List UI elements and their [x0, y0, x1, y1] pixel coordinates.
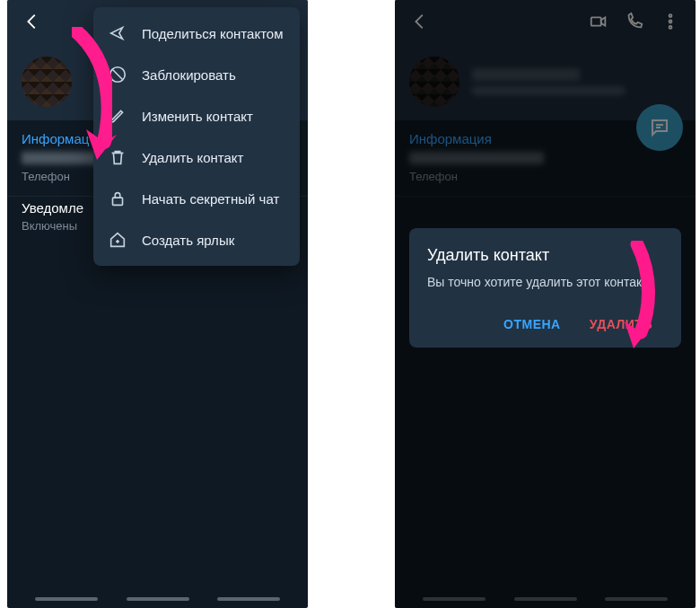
phone-left: Информац Телефон Уведомле Включены Подел…	[7, 0, 308, 608]
menu-share-label: Поделиться контактом	[142, 26, 284, 41]
menu-secret-chat[interactable]: Начать секретный чат	[93, 178, 300, 219]
home-plus-icon	[108, 230, 127, 250]
annotation-arrow	[610, 241, 664, 357]
nav-pill[interactable]	[35, 597, 98, 601]
back-button[interactable]	[14, 0, 50, 43]
svg-rect-1	[113, 198, 123, 205]
nav-bar	[7, 597, 308, 601]
menu-edit-label: Изменить контакт	[142, 109, 253, 124]
menu-secret-label: Начать секретный чат	[142, 191, 279, 207]
lock-icon	[108, 189, 127, 208]
annotation-arrow	[59, 27, 131, 171]
nav-pill[interactable]	[127, 597, 189, 601]
nav-pill[interactable]	[217, 597, 280, 601]
dialog-cancel-button[interactable]: ОТМЕНА	[493, 308, 572, 340]
phone-right: Информация Телефон Удалить контакт Вы то…	[395, 0, 696, 608]
menu-shortcut-label: Создать ярлык	[142, 233, 234, 248]
menu-delete-label: Удалить контакт	[142, 150, 243, 165]
arrow-left-icon	[22, 12, 42, 31]
menu-create-shortcut[interactable]: Создать ярлык	[93, 219, 300, 260]
menu-block-label: Заблокировать	[142, 67, 236, 83]
